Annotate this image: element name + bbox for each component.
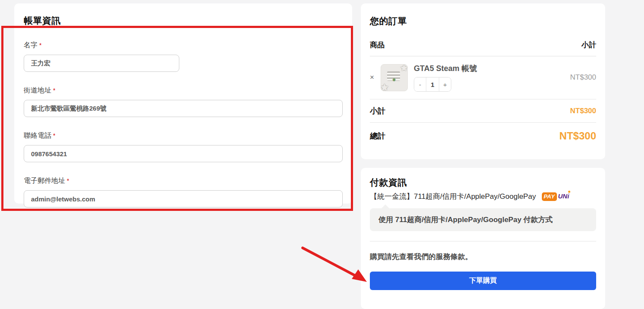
terms-notice: 購買請先查看我們的服務條款。: [370, 252, 596, 262]
product-column-label: 商品: [370, 40, 385, 50]
payment-card: 付款資訊 【統一金流】711超商/信用卡/ApplePay/GooglePay …: [361, 168, 605, 309]
place-order-button[interactable]: 下單購買: [370, 272, 596, 290]
first-name-label-text: 名字: [24, 41, 38, 49]
payment-method-note-text: 使用 711超商/信用卡/ApplePay/GooglePay 付款方式: [378, 216, 553, 224]
first-name-label: 名字*: [24, 41, 343, 50]
phone-input[interactable]: [24, 145, 343, 162]
total-row: 總計 NT$300: [370, 123, 596, 148]
payuni-logo: PAY UNi: [542, 192, 569, 201]
required-asterisk: *: [39, 42, 41, 49]
payment-method-row[interactable]: 【統一金流】711超商/信用卡/ApplePay/GooglePay PAY U…: [370, 192, 596, 201]
subtotal-label: 小計: [370, 106, 385, 116]
field-email: 電子郵件地址*: [24, 176, 343, 207]
subtotal-row: 小計 NT$300: [370, 99, 596, 123]
quantity-stepper: - 1 +: [414, 77, 451, 92]
first-name-input[interactable]: [24, 55, 179, 72]
billing-card: 帳單資訊 名字* 街道地址* 聯絡電話* 電子郵件地址*: [14, 3, 352, 204]
remove-item-icon[interactable]: ×: [370, 73, 378, 82]
qty-minus-button[interactable]: -: [414, 77, 426, 91]
street-address-input[interactable]: [24, 100, 343, 117]
payuni-logo-uni: UNi: [558, 192, 569, 200]
email-label: 電子郵件地址*: [24, 176, 343, 185]
email-input[interactable]: [24, 190, 343, 207]
order-columns-header: 商品 小計: [370, 40, 596, 56]
qty-plus-button[interactable]: +: [439, 77, 451, 91]
total-label: 總計: [370, 131, 385, 141]
product-thumbnail: ❋: [381, 64, 408, 91]
item-price: NT$300: [570, 73, 596, 82]
required-asterisk: *: [53, 132, 55, 139]
subtotal-column-label: 小計: [581, 40, 596, 50]
payuni-logo-dot: [568, 191, 570, 193]
required-asterisk: *: [53, 87, 55, 94]
cart-item-row: × ❋ GTA5 Steam 帳號 - 1 + NT$300: [370, 63, 596, 99]
item-main: GTA5 Steam 帳號 - 1 +: [414, 63, 566, 92]
street-address-label-text: 街道地址: [24, 87, 51, 94]
payment-divider: [370, 241, 596, 241]
billing-title: 帳單資訊: [24, 15, 343, 27]
product-name: GTA5 Steam 帳號: [414, 63, 566, 74]
leaf-graphic: ❋: [392, 77, 396, 82]
email-label-text: 電子郵件地址: [24, 177, 65, 184]
payment-method-note: 使用 711超商/信用卡/ApplePay/GooglePay 付款方式: [370, 208, 596, 231]
phone-label: 聯絡電話*: [24, 131, 343, 140]
subtotal-value: NT$300: [570, 107, 596, 115]
order-summary-card: 您的訂單 商品 小計 × ❋ GTA5 Steam 帳號 - 1 + NT$30…: [361, 3, 605, 159]
field-street-address: 街道地址*: [24, 86, 343, 117]
field-first-name: 名字*: [24, 41, 343, 72]
required-asterisk: *: [67, 177, 69, 184]
payment-title: 付款資訊: [370, 176, 596, 188]
qty-value[interactable]: 1: [426, 77, 439, 91]
field-phone: 聯絡電話*: [24, 131, 343, 162]
phone-label-text: 聯絡電話: [24, 132, 51, 139]
order-title: 您的訂單: [370, 15, 596, 27]
payuni-logo-pay: PAY: [542, 192, 557, 201]
total-value: NT$300: [560, 130, 596, 142]
payment-method-label: 【統一金流】711超商/信用卡/ApplePay/GooglePay: [370, 192, 536, 201]
street-address-label: 街道地址*: [24, 86, 343, 95]
